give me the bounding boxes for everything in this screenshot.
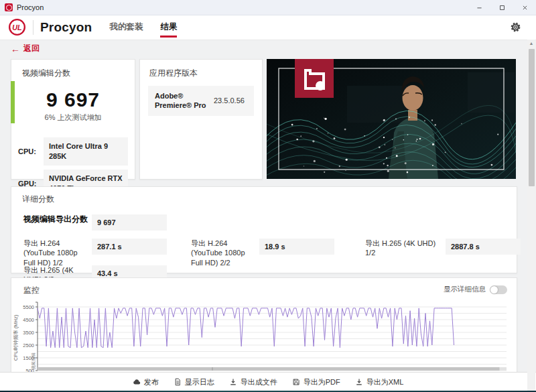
svg-text:CPU时钟频率 (MHz): CPU时钟频率 (MHz) xyxy=(13,314,19,361)
show-details-label: 显示详细信息 xyxy=(444,285,486,294)
monitor-chart[interactable]: 55004500350025001500500CPU时钟频率 (MHz)视频编辑 xyxy=(11,298,517,373)
detail-score-cell: 导出 H.264 (YouTube 1080p Full HD) 1/2287.… xyxy=(23,239,167,267)
vertical-scrollbar[interactable]: ▲ xyxy=(527,40,535,391)
window-title: Procyon xyxy=(17,3,44,11)
svg-text:3500: 3500 xyxy=(23,330,34,336)
app-version-row: Adobe® Premiere® Pro23.5.0.56 xyxy=(148,86,254,116)
score-change-note: 6% 上次测试增加 xyxy=(11,113,135,123)
export-pdf-button[interactable]: 导出为PDF xyxy=(292,377,340,387)
app-version-card: 应用程序版本 Adobe® Premiere® Pro23.5.0.56 xyxy=(139,59,263,180)
gear-icon[interactable] xyxy=(510,21,521,33)
download-icon xyxy=(229,378,237,386)
back-label: 返回 xyxy=(23,43,40,54)
svg-text:UL: UL xyxy=(12,23,21,31)
footer-button-label: 发布 xyxy=(144,377,159,387)
brand-title: Procyon xyxy=(40,20,92,35)
monitoring-title: 监控 xyxy=(23,285,40,296)
svg-text:5500: 5500 xyxy=(23,304,34,310)
video-camera-badge xyxy=(295,59,334,98)
cloud-upload-icon xyxy=(133,378,141,386)
scroll-up-arrow-icon[interactable]: ▲ xyxy=(527,41,535,46)
detail-score-label: 导出 H.264 (YouTube 1080p Full HD) 2/2 xyxy=(191,239,258,267)
footer-button-label: 导出成文件 xyxy=(241,377,277,387)
ul-logo-icon: UL xyxy=(8,18,26,36)
divider xyxy=(33,20,34,35)
maximize-button[interactable] xyxy=(490,0,513,15)
video-editing-score-card: 视频编辑分数 9 697 6% 上次测试增加 CPU:Intel Core Ul… xyxy=(11,59,135,180)
app-name: Adobe® Premiere® Pro xyxy=(155,91,214,111)
log-file-icon xyxy=(174,378,182,386)
monitoring-card: 监控 显示详细信息 55004500350025001500500CPU时钟频率… xyxy=(11,277,517,386)
close-button[interactable] xyxy=(513,0,536,15)
footer-button-label: 导出为PDF xyxy=(304,377,340,387)
app-version-value: 23.5.0.56 xyxy=(214,96,245,105)
download-icon xyxy=(355,378,363,386)
spec-value: Intel Core Ultra 9 285K xyxy=(44,137,128,166)
spec-label: CPU: xyxy=(18,147,44,155)
footer-toolbar: 发布显示日志导出成文件导出为PDF导出为XML xyxy=(0,372,536,391)
detail-score-value: 18.9 s xyxy=(259,239,334,255)
main-tabs: 我的套装结果 xyxy=(109,15,177,40)
show-details-toggle[interactable] xyxy=(490,285,507,294)
app-header: UL Procyon 我的套装结果 xyxy=(0,15,536,40)
detail-score-label: 导出 H.265 (4K UHD) 1/2 xyxy=(365,239,444,258)
detail-score-label: 视频编辑导出分数 xyxy=(23,214,90,231)
minimize-button[interactable] xyxy=(468,0,490,15)
spec-row: CPU:Intel Core Ultra 9 285K xyxy=(18,137,128,166)
svg-text:视频编辑: 视频编辑 xyxy=(31,352,36,371)
footer-button-label: 显示日志 xyxy=(185,377,214,387)
detail-score-label: 导出 H.264 (YouTube 1080p Full HD) 1/2 xyxy=(23,239,90,267)
title-bar: Procyon xyxy=(0,0,536,15)
app-version-rows: Adobe® Premiere® Pro23.5.0.56 xyxy=(140,86,262,116)
tab-results[interactable]: 结果 xyxy=(160,15,177,40)
detail-score-cell: 视频编辑导出分数9 697 xyxy=(23,214,167,231)
tab-my-suites[interactable]: 我的套装 xyxy=(109,15,143,40)
svg-text:2500: 2500 xyxy=(23,342,34,348)
scrollbar-thumb[interactable] xyxy=(529,49,535,186)
detail-score-value: 9 697 xyxy=(92,214,167,231)
export-file-button[interactable]: 导出成文件 xyxy=(229,377,277,387)
detailed-scores-title: 详细分数 xyxy=(22,194,517,205)
export-xml-button[interactable]: 导出为XML xyxy=(355,377,404,387)
footer-button-label: 导出为XML xyxy=(366,377,404,387)
score-card-title: 视频编辑分数 xyxy=(22,68,135,79)
app-version-title: 应用程序版本 xyxy=(149,68,262,79)
show-log-button[interactable]: 显示日志 xyxy=(174,377,214,387)
hero-image xyxy=(267,59,516,179)
benchmark-score: 9 697 xyxy=(11,88,135,111)
detailed-scores-card: 详细分数 视频编辑导出分数9 697导出 H.264 (YouTube 1080… xyxy=(11,186,517,273)
detail-score-value: 2887.8 s xyxy=(446,239,521,255)
app-icon xyxy=(5,3,13,11)
publish-button[interactable]: 发布 xyxy=(133,377,159,387)
detail-score-cell: 导出 H.264 (YouTube 1080p Full HD) 2/218.9… xyxy=(191,239,334,267)
detail-score-value: 287.1 s xyxy=(92,239,167,255)
back-button[interactable]: ← 返回 xyxy=(11,43,40,54)
svg-text:4500: 4500 xyxy=(23,317,34,323)
back-arrow-icon: ← xyxy=(11,44,20,54)
detail-score-cell: 导出 H.265 (4K UHD) 1/22887.8 s xyxy=(365,239,521,258)
score-indicator-bar xyxy=(11,81,15,123)
save-disk-icon xyxy=(292,378,300,386)
